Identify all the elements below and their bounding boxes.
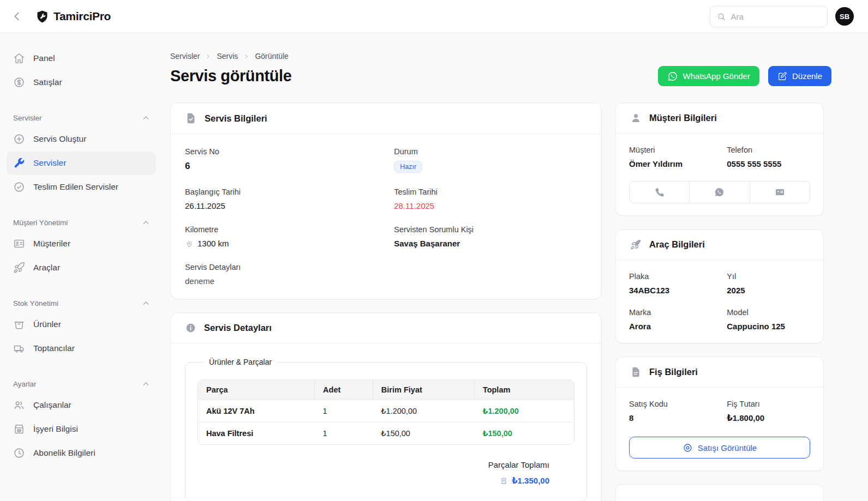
- sidebar-item-label: Abonelik Bilgileri: [33, 448, 95, 458]
- customer-info-card: Müşteri Bilgileri Müşteri Ömer Yıldırım …: [615, 102, 824, 216]
- sidebar: Panel Satışlar Servisler Servis Oluştur …: [0, 33, 164, 501]
- field-label: Satış Kodu: [629, 400, 727, 408]
- field-label: Fiş Tutarı: [727, 400, 810, 408]
- person-icon: [630, 112, 642, 124]
- search-input[interactable]: [731, 12, 821, 21]
- sidebar-item-label: İşyeri Bilgisi: [33, 424, 78, 434]
- field-value: Savaş Başaraner: [394, 239, 587, 248]
- contact-button-group: [629, 181, 810, 203]
- field-value: deneme: [185, 276, 587, 286]
- parts-legend: Ürünler & Parçalar: [204, 358, 277, 366]
- field-yil: Yıl 2025: [727, 272, 810, 295]
- contact-card-icon: [775, 187, 785, 197]
- search-icon: [717, 11, 726, 22]
- phone-icon: [655, 188, 665, 197]
- whatsapp-send-button[interactable]: WhatsApp Gönder: [658, 66, 759, 86]
- sidebar-item-panel[interactable]: Panel: [7, 46, 156, 70]
- sidebar-item-label: Toptancılar: [33, 343, 75, 353]
- user-avatar[interactable]: SB: [835, 7, 854, 26]
- sidebar-item-servisler[interactable]: Servisler: [7, 151, 156, 175]
- clock-icon: [13, 447, 25, 459]
- card-title: Servis Bilgileri: [205, 113, 267, 124]
- dollar-circle-icon: [13, 76, 25, 88]
- edit-button[interactable]: Düzenle: [768, 66, 831, 86]
- contact-card-button[interactable]: [750, 182, 810, 203]
- parts-total-value: ₺1.350,00: [512, 476, 549, 486]
- field-label: Servis No: [185, 147, 394, 156]
- status-badge: Hazır: [394, 161, 422, 173]
- chevron-right-icon: [205, 53, 212, 60]
- field-servis-detaylari: Servis Detayları deneme: [185, 263, 587, 286]
- whatsapp-contact-button[interactable]: [690, 182, 750, 203]
- field-label: Model: [727, 308, 810, 317]
- sidebar-item-teslim-edilen[interactable]: Teslim Edilen Servisler: [7, 175, 156, 199]
- brand-logo[interactable]: TamirciPro: [35, 9, 111, 24]
- parts-fieldset: Ürünler & Parçalar Parça Adet Birim Fiya…: [185, 358, 587, 501]
- field-label: Başlangıç Tarihi: [185, 188, 394, 196]
- table-row: Akü 12V 7Ah 1 ₺1.200,00 ₺1.200,00: [198, 400, 574, 422]
- eye-icon: [683, 443, 693, 453]
- section-title: Ayarlar: [13, 380, 37, 388]
- chevron-right-icon: [243, 53, 250, 60]
- field-label: Telefon: [727, 146, 810, 154]
- sidebar-item-calisanlar[interactable]: Çalışanlar: [7, 393, 156, 417]
- field-value: 28.11.2025: [394, 201, 587, 210]
- section-title: Servisler: [13, 114, 42, 122]
- call-button[interactable]: [630, 182, 690, 203]
- parts-total: Parçalar Toplamı ₺1.350,00: [197, 460, 574, 487]
- breadcrumb-goruntule[interactable]: Görüntüle: [255, 52, 288, 61]
- sidebar-section-ayarlar[interactable]: Ayarlar: [7, 375, 156, 393]
- field-durum: Durum Hazır: [394, 147, 587, 173]
- field-fis-tutari: Fiş Tutarı ₺1.800,00: [727, 400, 810, 423]
- topbar: TamirciPro SB: [0, 0, 868, 33]
- users-icon: [13, 399, 25, 411]
- partial-card: [615, 484, 824, 501]
- sidebar-item-musteriler[interactable]: Müşteriler: [7, 232, 156, 256]
- map-pin-icon: [185, 239, 194, 248]
- back-button[interactable]: [11, 10, 23, 22]
- field-value: 0555 555 5555: [727, 159, 810, 168]
- receipt-icon: [500, 477, 508, 485]
- view-sale-button[interactable]: Satışı Görüntüle: [629, 437, 810, 458]
- sidebar-item-servis-olustur[interactable]: Servis Oluştur: [7, 127, 156, 151]
- field-label: Durum: [394, 147, 587, 156]
- sidebar-item-isyeri-bilgisi[interactable]: İşyeri Bilgisi: [7, 417, 156, 441]
- field-musteri: Müşteri Ömer Yıldırım: [629, 146, 727, 168]
- file-text-icon: [630, 366, 642, 378]
- sidebar-item-abonelik[interactable]: Abonelik Bilgileri: [7, 441, 156, 465]
- field-plaka: Plaka 34ABC123: [629, 272, 727, 295]
- sidebar-section-servisler[interactable]: Servisler: [7, 108, 156, 127]
- table-header-parca: Parça: [198, 380, 315, 400]
- sidebar-section-stok-yonetimi[interactable]: Stok Yönetimi: [7, 294, 156, 312]
- sidebar-item-toptancilar[interactable]: Toptancılar: [7, 336, 156, 360]
- field-label: Kilometre: [185, 225, 394, 234]
- file-check-icon: [185, 112, 197, 124]
- sidebar-item-label: Çalışanlar: [33, 400, 71, 410]
- parts-total-label: Parçalar Toplamı: [197, 460, 549, 469]
- search-box[interactable]: [710, 6, 828, 27]
- chevron-up-icon: [141, 299, 151, 308]
- cell-adet: 1: [315, 422, 373, 445]
- sidebar-item-label: Araçlar: [33, 263, 60, 273]
- service-info-card: Servis Bilgileri Servis No 6 Durum Hazır: [170, 102, 602, 299]
- field-value: 26.11.2025: [185, 201, 394, 210]
- field-value: Arora: [629, 322, 727, 331]
- tools-icon: [13, 157, 25, 169]
- plus-circle-icon: [13, 133, 25, 145]
- brand-name: TamirciPro: [53, 10, 111, 23]
- whatsapp-icon: [667, 71, 678, 82]
- cell-birim-fiyat: ₺150,00: [373, 422, 474, 445]
- breadcrumb-servis[interactable]: Servis: [217, 52, 238, 61]
- sidebar-item-label: Servisler: [33, 158, 66, 168]
- service-details-card: Servis Detayları Ürünler & Parçalar Parç…: [170, 312, 602, 501]
- field-value: Ömer Yıldırım: [629, 159, 727, 168]
- cell-toplam: ₺1.200,00: [474, 400, 574, 422]
- breadcrumb-servisler[interactable]: Servisler: [170, 52, 200, 61]
- sidebar-item-urunler[interactable]: Ürünler: [7, 312, 156, 336]
- card-title: Fiş Bilgileri: [649, 367, 698, 377]
- sidebar-section-musteri-yonetimi[interactable]: Müşteri Yönetimi: [7, 213, 156, 232]
- card-title: Servis Detayları: [204, 323, 272, 333]
- sidebar-item-satislar[interactable]: Satışlar: [7, 70, 156, 94]
- field-label: Plaka: [629, 272, 727, 281]
- sidebar-item-araclar[interactable]: Araçlar: [7, 256, 156, 280]
